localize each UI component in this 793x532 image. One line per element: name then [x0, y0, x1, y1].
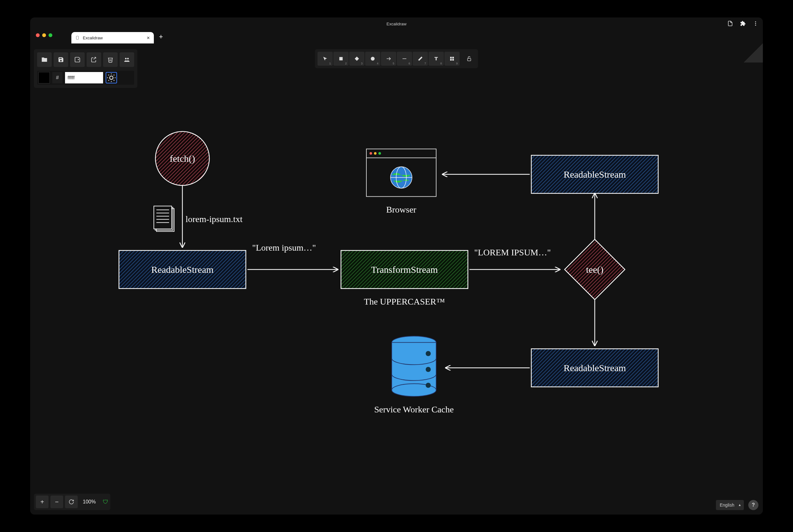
help-button[interactable]: ?	[748, 500, 758, 510]
cache-icon[interactable]	[392, 336, 436, 397]
edge-lorem-label: "Lorem ipsum…"	[252, 243, 316, 252]
node-tee[interactable]: tee()	[565, 240, 625, 300]
tab-favicon	[75, 36, 80, 40]
node-readable-top[interactable]: ReadableStream	[531, 155, 658, 193]
svg-point-0	[755, 21, 756, 22]
node-tee-label: tee()	[586, 264, 604, 275]
svg-rect-45	[392, 343, 436, 390]
zoom-bar: + − 100% 🛡	[34, 494, 110, 510]
encrypted-shield-icon[interactable]: 🛡	[103, 499, 109, 505]
tab-label: Excalidraw	[83, 36, 103, 40]
node-fetch[interactable]: fetch()	[155, 132, 209, 186]
node-readable-bottom-label: ReadableStream	[564, 363, 626, 373]
title-bar: Excalidraw	[30, 17, 763, 30]
zoom-reset-button[interactable]	[65, 495, 78, 508]
close-tab-icon[interactable]: ✕	[147, 36, 150, 40]
minimize-window[interactable]	[42, 33, 46, 37]
window-controls	[36, 33, 52, 37]
zoom-out-button[interactable]: −	[51, 495, 63, 508]
file-label: lorem-ipsum.txt	[186, 214, 243, 224]
svg-point-2	[755, 24, 756, 25]
edge-upper-label: "LOREM IPSUM…"	[474, 247, 551, 257]
excalidraw-app: # 1 2 3 4 5 6 7 8 9	[30, 43, 763, 515]
cache-label: Service Worker Cache	[374, 404, 454, 414]
title-bar-actions	[727, 21, 758, 27]
svg-rect-25	[154, 206, 172, 229]
app-window: Excalidraw Excalidraw ✕ +	[30, 17, 763, 515]
tab-strip: Excalidraw ✕ +	[30, 30, 763, 43]
svg-point-48	[426, 367, 431, 372]
maximize-window[interactable]	[49, 33, 52, 37]
browser-icon[interactable]	[366, 149, 436, 197]
node-fetch-label: fetch()	[170, 153, 195, 164]
node-transform[interactable]: TransformStream	[341, 251, 468, 289]
browser-label: Browser	[386, 205, 417, 214]
svg-point-36	[370, 152, 372, 155]
node-transform-label: TransformStream	[371, 264, 438, 275]
svg-point-47	[426, 351, 431, 356]
node-readable-top-label: ReadableStream	[564, 169, 626, 179]
svg-point-38	[379, 152, 381, 155]
footer-right: English ?	[716, 500, 758, 510]
svg-point-37	[374, 152, 376, 155]
extension-icon[interactable]	[740, 21, 746, 27]
svg-rect-3	[76, 36, 79, 40]
new-tab-button[interactable]: +	[157, 32, 165, 42]
browser-tab[interactable]: Excalidraw ✕	[71, 32, 154, 43]
close-window[interactable]	[36, 33, 40, 37]
page-icon[interactable]	[727, 21, 733, 27]
language-select[interactable]: English	[716, 500, 744, 510]
window-title: Excalidraw	[387, 22, 407, 26]
zoom-percent: 100%	[80, 499, 99, 505]
zoom-in-button[interactable]: +	[36, 495, 49, 508]
svg-point-49	[426, 383, 431, 388]
node-readable-bottom[interactable]: ReadableStream	[531, 349, 658, 387]
more-icon[interactable]	[753, 21, 758, 27]
svg-point-1	[755, 23, 756, 24]
transform-subtitle: The UPPERCASER™	[364, 297, 445, 306]
canvas[interactable]: fetch() lorem-ipsum.txt	[30, 43, 763, 515]
node-readable-left-label: ReadableStream	[151, 264, 214, 275]
file-icon[interactable]	[154, 206, 174, 232]
node-readable-left[interactable]: ReadableStream	[119, 251, 246, 289]
